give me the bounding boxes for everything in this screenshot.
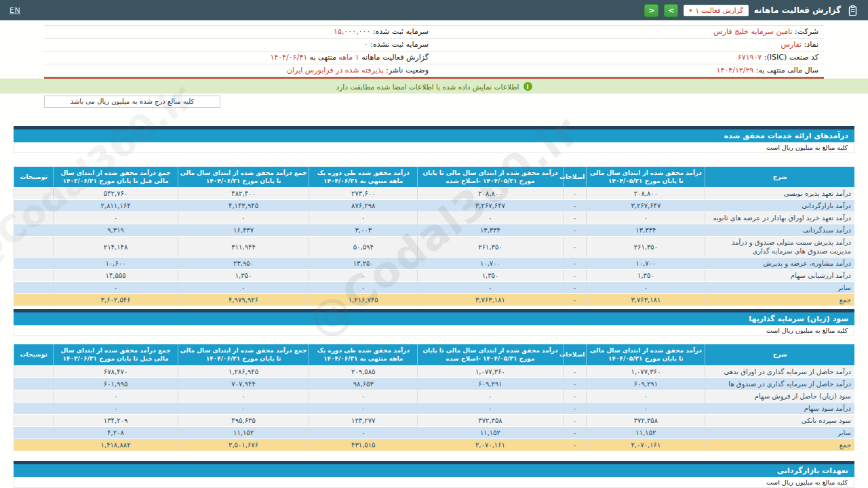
- company-info-table: شرکت: تامین سرمایه خلیج فارسنماد: تفارسک…: [44, 25, 824, 77]
- cell-value: ۱,۲۱۶,۷۴۵: [309, 294, 417, 306]
- service-revenues-table: شرحدرآمد محقق شده از ابتدای سال مالی تا …: [14, 167, 854, 306]
- section-service-revenues: درآمدهای ارائه خدمات محقق شده کلیه مبالغ…: [14, 126, 854, 153]
- row-label: درآمد پذیرش سمت متولی صندوق و درآمد مدیر…: [705, 237, 854, 258]
- info-label: سال مالی منتهی به:: [753, 66, 818, 75]
- info-row: سرمایه ثبت نشده: ۰: [44, 39, 434, 52]
- table-row: سود (زیان) حاصل از فروش سهام۰۰۰۰۰۰: [14, 390, 854, 403]
- info-value: ۱۴۰۴/۰۶/۳۱: [270, 53, 307, 62]
- column-header: جمع درآمد محقق شده از ابتدای سال مالی قب…: [53, 167, 178, 188]
- cell-value: ۲۱۴,۱۴۸: [53, 237, 178, 258]
- info-value: ۱۵,۰۰۰,۰۰۰: [334, 27, 370, 36]
- codal-monthly-report-page: گزارش فعالیت ماهانه گزارش فعالیت ۱ ▾ > <…: [0, 0, 868, 488]
- table-row: درآمد تعهد پذیره نویسی۲۰۸,۸۰۰۰۲۰۸,۸۰۰۲۷۳…: [14, 188, 854, 200]
- cell-value: ۸۷۶,۲۹۸: [309, 200, 417, 212]
- cell-value: ۰: [53, 212, 178, 224]
- cell-value: ۴۸۲,۴۰۰: [178, 188, 309, 200]
- cell-value: ۳,۲۶۷,۶۴۷: [417, 200, 563, 212]
- cell-value: ۱۳۴,۲۰۹: [53, 415, 178, 427]
- cell-value: [14, 427, 53, 439]
- cell-value: ۳,۰۰۳: [309, 224, 417, 237]
- section-title-service-revenues: درآمدهای ارائه خدمات محقق شده: [14, 129, 854, 142]
- cell-value: ۲۰۹,۵۸۵: [309, 366, 417, 378]
- rial-unit-note: کلیه مبالغ به میلیون ریال است: [14, 325, 854, 336]
- total-row: جمع۲,۰۷۰,۱۶۱۰۲,۰۷۰,۱۶۱۴۳۱,۵۱۵۲,۵۰۱,۶۷۶۱,…: [14, 439, 854, 451]
- table-row: درآمد حاصل از سرمایه گذاری در صندوق ها۶۰…: [14, 378, 854, 390]
- section-title-investment-profit: سود (زیان) سرمایه گذاریها: [14, 312, 854, 325]
- info-row: گزارش فعالیت ماهانه ۱ ماهه منتهی به ۱۴۰۴…: [44, 52, 434, 64]
- amounts-unit-note-box: کلیه مبالغ درج شده به میلیون ریال می باش…: [44, 96, 220, 108]
- cell-value: ۱,۴۱۸,۸۸۲: [53, 439, 178, 451]
- cell-value: ۱۰,۷۰۰: [586, 258, 705, 270]
- cell-value: ۷۰۷,۹۴۴: [178, 378, 309, 390]
- info-label: وضعیت ناشر:: [384, 66, 429, 75]
- cell-value: ۱۰,۷۰۰: [417, 258, 563, 270]
- cell-value: ۱۳,۳۳۴: [417, 224, 563, 237]
- column-header: جمع درآمد محقق شده از ابتدای سال مالی تا…: [178, 344, 309, 365]
- table-header-row: شرحدرآمد محقق شده از ابتدای سال مالی تا …: [14, 167, 854, 188]
- cell-value: ۶۰۹,۲۹۱: [586, 378, 705, 390]
- cell-value: ۰: [563, 294, 587, 306]
- row-label: درآمد حاصل از سرمایه گذاری در اوراق بدهی: [705, 366, 854, 378]
- info-row: سرمایه ثبت شده: ۱۵,۰۰۰,۰۰۰: [44, 26, 434, 39]
- cell-value: [14, 415, 53, 427]
- column-header: درآمد محقق شده از ابتدای سال مالی تا پای…: [586, 167, 705, 188]
- info-label: سرمایه ثبت نشده:: [368, 40, 429, 49]
- row-label: جمع: [705, 294, 854, 306]
- info-label: کد صنعت (ISIC):: [762, 53, 818, 62]
- cell-value: ۰: [563, 427, 587, 439]
- cell-value: ۱۲۳,۲۷۷: [309, 415, 417, 427]
- cell-value: ۲,۰۷۰,۱۶۱: [586, 439, 705, 451]
- cell-value: ۰: [563, 403, 587, 415]
- english-language-link[interactable]: EN: [9, 6, 20, 15]
- cell-value: ۰: [563, 378, 587, 390]
- cell-value: ۰: [563, 258, 587, 270]
- report-version-dropdown[interactable]: گزارش فعالیت ۱ ▾: [684, 5, 748, 16]
- row-label: درآمد سود سهام: [705, 403, 854, 415]
- cell-value: ۱۱,۱۵۲: [586, 427, 705, 439]
- column-header: توضیحات: [14, 344, 53, 365]
- cell-value: [14, 378, 53, 390]
- cell-value: ۵۴۲,۷۶۰: [53, 188, 178, 200]
- table-row: درآمد مشاوره، عرضه و پذیرش۱۰,۷۰۰۰۱۰,۷۰۰۱…: [14, 258, 854, 270]
- row-label: درآمد سبدگردانی: [705, 224, 854, 237]
- cell-value: ۱,۲۸۶,۹۴۵: [178, 366, 309, 378]
- cell-value: [14, 390, 53, 403]
- table-row: درآمد پذیرش سمت متولی صندوق و درآمد مدیر…: [14, 237, 854, 258]
- cell-value: [14, 200, 53, 212]
- row-label: سایر: [705, 282, 854, 294]
- cell-value: ۰: [417, 403, 563, 415]
- next-report-button[interactable]: >: [664, 4, 678, 17]
- top-header-bar: گزارش فعالیت ماهانه گزارش فعالیت ۱ ▾ > <…: [0, 0, 868, 20]
- cell-value: ۱,۰۷۷,۳۶۰: [417, 366, 563, 378]
- info-value[interactable]: تامین سرمایه خلیج فارس: [713, 27, 792, 36]
- cell-value: [14, 403, 53, 415]
- cell-value: ۴۹۵,۶۳۵: [178, 415, 309, 427]
- info-row: وضعیت ناشر: پذیرفته شده در فرابورس ایران: [44, 64, 434, 77]
- column-header: جمع درآمد محقق شده از ابتدای سال مالی قب…: [53, 344, 178, 365]
- previous-report-button[interactable]: <: [644, 4, 658, 17]
- report-version-label: گزارش فعالیت ۱: [695, 7, 743, 14]
- column-header: درآمد محقق شده از ابتدای سال مالی تا پای…: [586, 344, 705, 365]
- column-header: درآمد محقق شده از ابتدای سال مالی تا پای…: [417, 344, 563, 365]
- cell-value: [14, 237, 53, 258]
- cell-value: ۰: [309, 403, 417, 415]
- cell-value: ۶۰۱,۹۹۵: [53, 378, 178, 390]
- table-header-row: شرحدرآمد محقق شده از ابتدای سال مالی تا …: [14, 344, 854, 365]
- cell-value: [14, 224, 53, 237]
- signed-data-notice-bar: i اطلاعات نمایش داده شده با اطلاعات امضا…: [0, 79, 868, 94]
- section-investment-profit: سود (زیان) سرمایه گذاریها کلیه مبالغ به …: [14, 309, 854, 336]
- cell-value: ۰: [563, 212, 587, 224]
- info-row: نماد: تفارس: [434, 39, 824, 52]
- cell-value: ۳,۷۶۳,۱۸۱: [417, 294, 563, 306]
- row-label: درآمد بازارگردانی: [705, 200, 854, 212]
- cell-value: ۰: [178, 282, 309, 294]
- clipboard-report-icon: [846, 4, 859, 16]
- column-header: جمع درآمد محقق شده از ابتدای سال مالی تا…: [178, 167, 309, 188]
- cell-value: ۰: [178, 403, 309, 415]
- column-header: درآمد محقق شده طی دوره یک ماهه منتهی به …: [309, 344, 417, 365]
- cell-value: ۰: [53, 403, 178, 415]
- section-title-market-making: تعهدات بازارگردانی: [14, 464, 854, 477]
- cell-value: ۰: [563, 439, 587, 451]
- column-header: اصلاحات: [563, 344, 587, 365]
- cell-value: ۱۰,۶۰۰: [53, 258, 178, 270]
